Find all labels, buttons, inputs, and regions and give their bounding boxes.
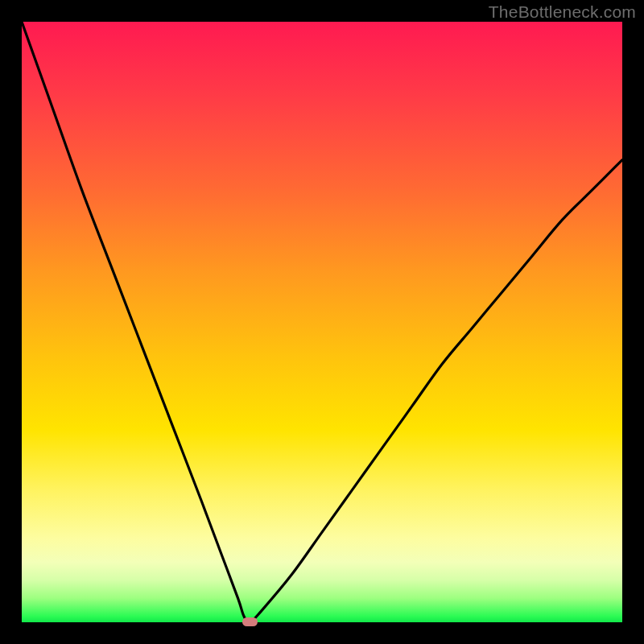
watermark-text: TheBottleneck.com [489,2,636,22]
bottleneck-curve [22,22,622,622]
plot-area [22,22,622,622]
min-point-marker [242,617,258,626]
chart-frame: TheBottleneck.com [0,0,644,644]
